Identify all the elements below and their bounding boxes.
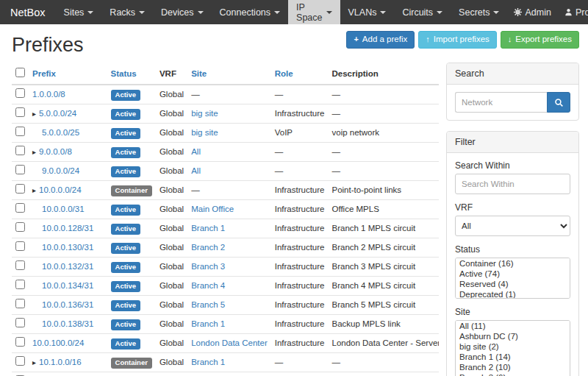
select-option[interactable]: Branch 1 (14)	[456, 352, 570, 362]
top-navbar: NetBox SitesRacksDevicesConnectionsIP Sp…	[0, 0, 588, 24]
prefix-link[interactable]: 10.0.0.132/31	[42, 262, 93, 271]
column-header-site[interactable]: Site	[191, 69, 207, 78]
search-button[interactable]	[547, 92, 570, 113]
nav-item-circuits[interactable]: Circuits	[394, 0, 451, 24]
prefix-link[interactable]: 10.0.0.136/31	[42, 300, 93, 309]
row-checkbox[interactable]	[15, 299, 25, 308]
select-option[interactable]: Ashburn DC (7)	[456, 331, 570, 341]
site-link[interactable]: Branch 3	[191, 262, 225, 271]
nav-item-ip-space[interactable]: IP Space	[288, 0, 340, 24]
prefix-link[interactable]: 9.0.0.0/24	[42, 166, 79, 175]
site-link[interactable]: Branch 4	[191, 281, 225, 290]
search-input[interactable]	[455, 92, 547, 113]
select-option[interactable]: big site (2)	[456, 341, 570, 352]
description-cell: voip network	[328, 124, 439, 143]
select-option[interactable]: Deprecated (1)	[456, 289, 570, 299]
site-cell: Branch 4	[187, 277, 271, 296]
row-checkbox[interactable]	[15, 356, 25, 366]
site-select[interactable]: All (11)Ashburn DC (7)big site (2)Branch…	[455, 320, 570, 376]
prefix-link[interactable]: 10.1.0.0/16	[39, 358, 82, 366]
site-cell: —	[187, 181, 271, 200]
nav-item-devices[interactable]: Devices	[153, 0, 211, 24]
select-all-checkbox[interactable]	[15, 68, 25, 77]
prefix-link[interactable]: 1.0.0.0/8	[32, 90, 65, 99]
site-link[interactable]: Branch 1	[191, 358, 225, 366]
site-link[interactable]: Branch 2	[191, 243, 225, 252]
expand-caret-icon[interactable]	[32, 110, 36, 118]
table-row: 10.1.0.0/24ContainerGlobalBranch 1Infras…	[12, 372, 439, 376]
expand-caret-icon[interactable]	[32, 358, 36, 366]
row-checkbox[interactable]	[15, 318, 25, 327]
row-checkbox[interactable]	[15, 280, 25, 289]
table-row: 10.1.0.0/16ContainerGlobalBranch 1——	[12, 353, 439, 372]
prefix-link[interactable]: 10.0.100.0/24	[32, 338, 84, 347]
site-link[interactable]: big site	[191, 128, 218, 137]
row-checkbox[interactable]	[15, 165, 25, 174]
nav-item-admin[interactable]: Admin	[507, 0, 557, 24]
vrf-select[interactable]: All	[455, 216, 570, 236]
site-link[interactable]: Main Office	[191, 205, 234, 213]
prefix-link[interactable]: 10.0.0.128/31	[42, 224, 93, 233]
row-checkbox[interactable]	[15, 337, 25, 347]
status-select[interactable]: Container (16)Active (74)Reserved (4)Dep…	[455, 258, 570, 299]
row-checkbox[interactable]	[15, 222, 25, 232]
row-checkbox[interactable]	[15, 127, 25, 136]
plus-icon: +	[354, 35, 358, 43]
prefix-link[interactable]: 5.0.0.0/24	[39, 109, 76, 118]
navbar-right: AdminProfileLog out	[507, 0, 588, 24]
nav-item-vlans[interactable]: VLANs	[340, 0, 395, 24]
row-checkbox[interactable]	[15, 107, 25, 117]
row-checkbox[interactable]	[15, 241, 25, 251]
site-link[interactable]: Branch 5	[191, 300, 225, 309]
prefix-link[interactable]: 10.0.0.134/31	[42, 281, 93, 290]
expand-caret-icon[interactable]	[32, 186, 36, 194]
row-checkbox[interactable]	[15, 184, 25, 194]
select-option[interactable]: Container (16)	[456, 258, 570, 269]
add-prefix-button[interactable]: + Add a prefix	[346, 31, 415, 49]
nav-item-label: Profile	[576, 7, 588, 18]
nav-item-racks[interactable]: Racks	[101, 0, 153, 24]
column-header-role[interactable]: Role	[275, 69, 293, 78]
search-within-input[interactable]	[455, 174, 570, 194]
site-label: Site	[455, 307, 570, 317]
select-option[interactable]: Active (74)	[456, 269, 570, 279]
site-link[interactable]: Branch 1	[191, 319, 225, 328]
prefix-link[interactable]: 10.0.0.138/31	[42, 319, 93, 328]
prefix-link[interactable]: 10.0.0.0/24	[39, 185, 82, 194]
site-link[interactable]: big site	[191, 109, 218, 118]
nav-item-profile[interactable]: Profile	[558, 0, 588, 24]
row-checkbox[interactable]	[15, 203, 25, 213]
select-option[interactable]: All (11)	[456, 321, 570, 331]
prefix-link[interactable]: 9.0.0.0/8	[39, 147, 72, 156]
role-cell: VoIP	[271, 124, 329, 143]
nav-item-secrets[interactable]: Secrets	[451, 0, 507, 24]
select-option[interactable]: Branch 3 (6)	[456, 372, 570, 376]
row-checkbox[interactable]	[15, 88, 25, 98]
vrf-cell: Global	[156, 85, 187, 104]
row-checkbox[interactable]	[15, 260, 25, 270]
status-badge: Active	[111, 281, 141, 292]
export-prefixes-button[interactable]: ↓ Export prefixes	[501, 31, 579, 49]
columns: PrefixStatusVRFSiteRoleDescription 1.0.0…	[12, 63, 579, 376]
site-link[interactable]: Branch 1	[191, 224, 225, 233]
nav-item-sites[interactable]: Sites	[56, 0, 102, 24]
select-option[interactable]: Reserved (4)	[456, 279, 570, 289]
brand-netbox[interactable]: NetBox	[0, 0, 56, 24]
site-link[interactable]: All	[191, 147, 201, 156]
vrf-cell: Global	[156, 162, 187, 181]
column-header-prefix[interactable]: Prefix	[32, 69, 56, 78]
nav-item-label: Connections	[220, 7, 271, 18]
select-option[interactable]: Branch 2 (10)	[456, 362, 570, 372]
expand-caret-icon[interactable]	[32, 148, 36, 156]
role-cell: —	[271, 143, 329, 162]
column-header-status[interactable]: Status	[111, 69, 137, 78]
prefix-link[interactable]: 5.0.0.0/25	[42, 128, 79, 137]
prefix-link[interactable]: 10.0.0.0/31	[42, 205, 85, 213]
site-link[interactable]: London Data Center	[191, 338, 268, 347]
site-link[interactable]: All	[191, 166, 201, 175]
site-cell: Branch 1	[187, 315, 271, 334]
row-checkbox[interactable]	[15, 146, 25, 155]
prefix-link[interactable]: 10.0.0.130/31	[42, 243, 93, 252]
nav-item-connections[interactable]: Connections	[212, 0, 289, 24]
import-prefixes-button[interactable]: ↑ Import prefixes	[418, 31, 497, 49]
